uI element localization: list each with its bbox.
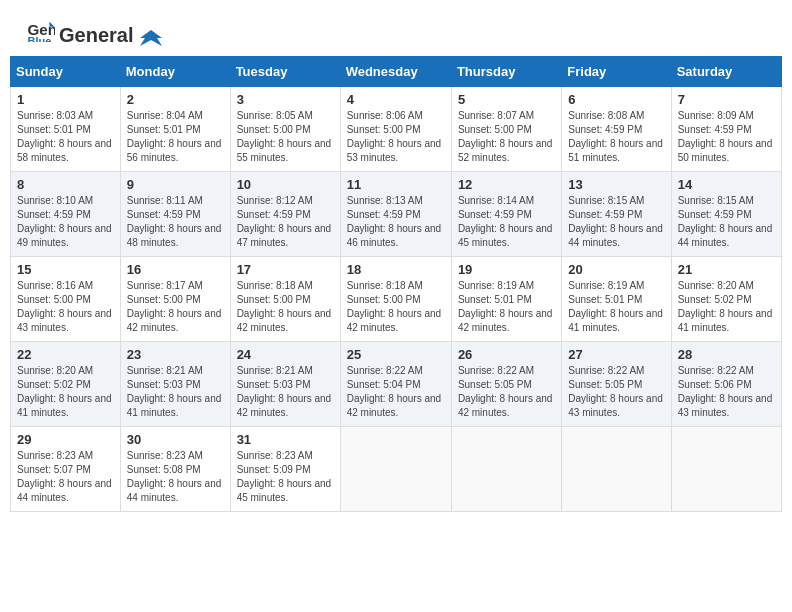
day-number: 7 [678, 92, 775, 107]
day-info: Sunrise: 8:06 AMSunset: 5:00 PMDaylight:… [347, 109, 445, 165]
day-info: Sunrise: 8:23 AMSunset: 5:09 PMDaylight:… [237, 449, 334, 505]
day-info: Sunrise: 8:07 AMSunset: 5:00 PMDaylight:… [458, 109, 555, 165]
day-info: Sunrise: 8:16 AMSunset: 5:00 PMDaylight:… [17, 279, 114, 335]
day-info: Sunrise: 8:15 AMSunset: 4:59 PMDaylight:… [568, 194, 664, 250]
day-info: Sunrise: 8:13 AMSunset: 4:59 PMDaylight:… [347, 194, 445, 250]
calendar-cell: 27Sunrise: 8:22 AMSunset: 5:05 PMDayligh… [562, 342, 671, 427]
day-info: Sunrise: 8:22 AMSunset: 5:06 PMDaylight:… [678, 364, 775, 420]
calendar-header-row: SundayMondayTuesdayWednesdayThursdayFrid… [11, 57, 782, 87]
calendar-week-row: 22Sunrise: 8:20 AMSunset: 5:02 PMDayligh… [11, 342, 782, 427]
day-number: 9 [127, 177, 224, 192]
weekday-header-wednesday: Wednesday [340, 57, 451, 87]
day-number: 1 [17, 92, 114, 107]
calendar-cell: 4Sunrise: 8:06 AMSunset: 5:00 PMDaylight… [340, 87, 451, 172]
calendar-cell: 3Sunrise: 8:05 AMSunset: 5:00 PMDaylight… [230, 87, 340, 172]
day-info: Sunrise: 8:12 AMSunset: 4:59 PMDaylight:… [237, 194, 334, 250]
calendar-cell: 12Sunrise: 8:14 AMSunset: 4:59 PMDayligh… [451, 172, 561, 257]
day-info: Sunrise: 8:14 AMSunset: 4:59 PMDaylight:… [458, 194, 555, 250]
calendar-week-row: 1Sunrise: 8:03 AMSunset: 5:01 PMDaylight… [11, 87, 782, 172]
day-number: 21 [678, 262, 775, 277]
day-number: 25 [347, 347, 445, 362]
day-number: 23 [127, 347, 224, 362]
day-info: Sunrise: 8:19 AMSunset: 5:01 PMDaylight:… [568, 279, 664, 335]
day-info: Sunrise: 8:18 AMSunset: 5:00 PMDaylight:… [347, 279, 445, 335]
logo-bird-icon [140, 28, 162, 46]
calendar-cell: 29Sunrise: 8:23 AMSunset: 5:07 PMDayligh… [11, 427, 121, 512]
day-number: 18 [347, 262, 445, 277]
logo-general-text: General [59, 23, 162, 47]
calendar-body: 1Sunrise: 8:03 AMSunset: 5:01 PMDaylight… [11, 87, 782, 512]
day-number: 6 [568, 92, 664, 107]
calendar-cell: 26Sunrise: 8:22 AMSunset: 5:05 PMDayligh… [451, 342, 561, 427]
day-number: 30 [127, 432, 224, 447]
day-info: Sunrise: 8:03 AMSunset: 5:01 PMDaylight:… [17, 109, 114, 165]
day-number: 4 [347, 92, 445, 107]
day-info: Sunrise: 8:21 AMSunset: 5:03 PMDaylight:… [237, 364, 334, 420]
calendar-cell: 17Sunrise: 8:18 AMSunset: 5:00 PMDayligh… [230, 257, 340, 342]
calendar-cell: 25Sunrise: 8:22 AMSunset: 5:04 PMDayligh… [340, 342, 451, 427]
day-info: Sunrise: 8:10 AMSunset: 4:59 PMDaylight:… [17, 194, 114, 250]
page-header: General Blue General [10, 10, 782, 51]
calendar-cell: 28Sunrise: 8:22 AMSunset: 5:06 PMDayligh… [671, 342, 781, 427]
calendar-cell: 19Sunrise: 8:19 AMSunset: 5:01 PMDayligh… [451, 257, 561, 342]
day-number: 2 [127, 92, 224, 107]
svg-text:Blue: Blue [27, 35, 51, 42]
calendar-cell: 10Sunrise: 8:12 AMSunset: 4:59 PMDayligh… [230, 172, 340, 257]
day-number: 20 [568, 262, 664, 277]
day-number: 22 [17, 347, 114, 362]
calendar-cell: 23Sunrise: 8:21 AMSunset: 5:03 PMDayligh… [120, 342, 230, 427]
calendar-cell [451, 427, 561, 512]
day-info: Sunrise: 8:15 AMSunset: 4:59 PMDaylight:… [678, 194, 775, 250]
calendar-cell: 24Sunrise: 8:21 AMSunset: 5:03 PMDayligh… [230, 342, 340, 427]
calendar-cell: 1Sunrise: 8:03 AMSunset: 5:01 PMDaylight… [11, 87, 121, 172]
day-number: 28 [678, 347, 775, 362]
day-info: Sunrise: 8:08 AMSunset: 4:59 PMDaylight:… [568, 109, 664, 165]
day-number: 19 [458, 262, 555, 277]
calendar-cell: 5Sunrise: 8:07 AMSunset: 5:00 PMDaylight… [451, 87, 561, 172]
calendar-cell [562, 427, 671, 512]
day-number: 5 [458, 92, 555, 107]
day-info: Sunrise: 8:22 AMSunset: 5:05 PMDaylight:… [458, 364, 555, 420]
day-number: 27 [568, 347, 664, 362]
day-info: Sunrise: 8:18 AMSunset: 5:00 PMDaylight:… [237, 279, 334, 335]
day-number: 24 [237, 347, 334, 362]
day-number: 16 [127, 262, 224, 277]
calendar-cell: 21Sunrise: 8:20 AMSunset: 5:02 PMDayligh… [671, 257, 781, 342]
day-number: 12 [458, 177, 555, 192]
day-number: 29 [17, 432, 114, 447]
day-number: 14 [678, 177, 775, 192]
weekday-header-sunday: Sunday [11, 57, 121, 87]
calendar-cell: 13Sunrise: 8:15 AMSunset: 4:59 PMDayligh… [562, 172, 671, 257]
logo-icon: General Blue [25, 20, 55, 46]
day-number: 17 [237, 262, 334, 277]
day-number: 3 [237, 92, 334, 107]
day-info: Sunrise: 8:20 AMSunset: 5:02 PMDaylight:… [17, 364, 114, 420]
weekday-header-friday: Friday [562, 57, 671, 87]
calendar-cell: 18Sunrise: 8:18 AMSunset: 5:00 PMDayligh… [340, 257, 451, 342]
weekday-header-saturday: Saturday [671, 57, 781, 87]
day-info: Sunrise: 8:04 AMSunset: 5:01 PMDaylight:… [127, 109, 224, 165]
day-info: Sunrise: 8:22 AMSunset: 5:05 PMDaylight:… [568, 364, 664, 420]
calendar-cell: 6Sunrise: 8:08 AMSunset: 4:59 PMDaylight… [562, 87, 671, 172]
day-info: Sunrise: 8:09 AMSunset: 4:59 PMDaylight:… [678, 109, 775, 165]
day-info: Sunrise: 8:21 AMSunset: 5:03 PMDaylight:… [127, 364, 224, 420]
weekday-header-tuesday: Tuesday [230, 57, 340, 87]
calendar-cell: 11Sunrise: 8:13 AMSunset: 4:59 PMDayligh… [340, 172, 451, 257]
calendar-week-row: 8Sunrise: 8:10 AMSunset: 4:59 PMDaylight… [11, 172, 782, 257]
day-number: 26 [458, 347, 555, 362]
day-info: Sunrise: 8:23 AMSunset: 5:08 PMDaylight:… [127, 449, 224, 505]
day-number: 15 [17, 262, 114, 277]
calendar-cell: 16Sunrise: 8:17 AMSunset: 5:00 PMDayligh… [120, 257, 230, 342]
calendar-cell: 7Sunrise: 8:09 AMSunset: 4:59 PMDaylight… [671, 87, 781, 172]
calendar-cell: 2Sunrise: 8:04 AMSunset: 5:01 PMDaylight… [120, 87, 230, 172]
calendar-cell: 14Sunrise: 8:15 AMSunset: 4:59 PMDayligh… [671, 172, 781, 257]
day-info: Sunrise: 8:19 AMSunset: 5:01 PMDaylight:… [458, 279, 555, 335]
calendar-cell: 30Sunrise: 8:23 AMSunset: 5:08 PMDayligh… [120, 427, 230, 512]
calendar-cell: 20Sunrise: 8:19 AMSunset: 5:01 PMDayligh… [562, 257, 671, 342]
calendar-cell: 15Sunrise: 8:16 AMSunset: 5:00 PMDayligh… [11, 257, 121, 342]
day-info: Sunrise: 8:20 AMSunset: 5:02 PMDaylight:… [678, 279, 775, 335]
day-number: 13 [568, 177, 664, 192]
weekday-header-monday: Monday [120, 57, 230, 87]
day-info: Sunrise: 8:23 AMSunset: 5:07 PMDaylight:… [17, 449, 114, 505]
calendar-cell: 22Sunrise: 8:20 AMSunset: 5:02 PMDayligh… [11, 342, 121, 427]
